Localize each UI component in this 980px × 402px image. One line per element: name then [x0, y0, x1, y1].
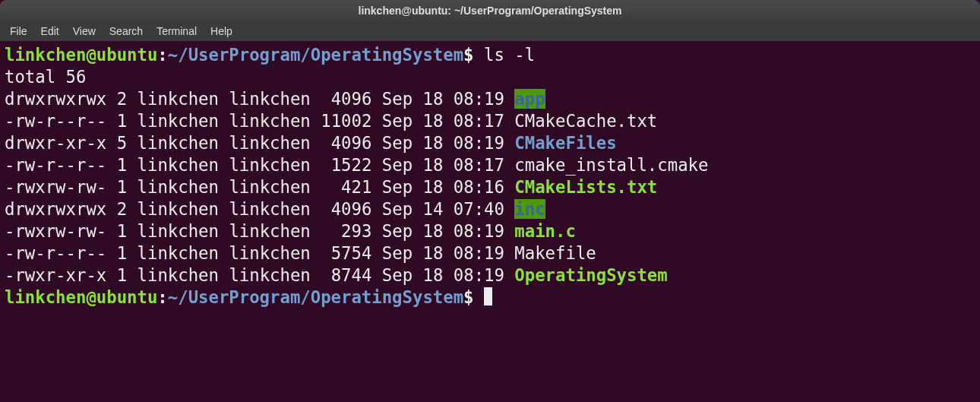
file-name: OperatingSystem — [514, 265, 667, 285]
listing-row: -rwxrw-rw- 1 linkchen linkchen 293 Sep 1… — [5, 220, 975, 242]
prompt-sign: $ — [463, 287, 473, 307]
listing-row: drwxr-xr-x 5 linkchen linkchen 4096 Sep … — [5, 132, 975, 154]
file-name: Makefile — [514, 243, 596, 263]
menu-edit[interactable]: Edit — [34, 23, 66, 40]
prompt-path: ~/UserProgram/OperatingSystem — [168, 287, 463, 307]
total-line: total 56 — [5, 66, 975, 88]
listing-row: -rw-r--r-- 1 linkchen linkchen 11002 Sep… — [5, 110, 975, 132]
prompt-user: linkchen@ubuntu — [5, 45, 157, 65]
file-name: inc — [514, 199, 545, 219]
window-title: linkchen@ubuntu: ~/UserProgram/Operating… — [359, 5, 622, 17]
window-title-bar: linkchen@ubuntu: ~/UserProgram/Operating… — [0, 0, 980, 21]
menu-view[interactable]: View — [66, 23, 103, 40]
file-name: main.c — [514, 221, 576, 241]
menu-bar: File Edit View Search Terminal Help — [0, 21, 980, 41]
file-name: cmake_install.cmake — [514, 155, 708, 175]
listing-row: -rwxr-xr-x 1 linkchen linkchen 8744 Sep … — [5, 264, 975, 286]
listing-row: drwxrwxrwx 2 linkchen linkchen 4096 Sep … — [5, 88, 975, 110]
prompt-sep: : — [157, 287, 167, 307]
prompt-line-2: linkchen@ubuntu:~/UserProgram/OperatingS… — [5, 286, 975, 309]
cursor-block — [484, 287, 492, 305]
file-name: CMakeFiles — [514, 133, 616, 153]
prompt-user: linkchen@ubuntu — [5, 287, 157, 307]
command: ls -l — [484, 45, 535, 65]
file-name: CMakeLists.txt — [514, 177, 657, 197]
prompt-line-1: linkchen@ubuntu:~/UserProgram/OperatingS… — [5, 44, 975, 66]
listing-row: -rw-r--r-- 1 linkchen linkchen 1522 Sep … — [5, 154, 975, 176]
terminal-output[interactable]: linkchen@ubuntu:~/UserProgram/OperatingS… — [0, 41, 980, 312]
prompt-sep: : — [157, 45, 167, 65]
menu-search[interactable]: Search — [103, 23, 150, 40]
file-name: app — [514, 89, 545, 109]
listing-row: -rwxrw-rw- 1 linkchen linkchen 421 Sep 1… — [5, 176, 975, 198]
menu-terminal[interactable]: Terminal — [150, 23, 204, 40]
menu-file[interactable]: File — [3, 23, 34, 40]
listing-row: drwxrwxrwx 2 linkchen linkchen 4096 Sep … — [5, 198, 975, 220]
prompt-sign: $ — [463, 45, 473, 65]
file-name: CMakeCache.txt — [514, 111, 657, 131]
prompt-path: ~/UserProgram/OperatingSystem — [168, 45, 463, 65]
listing-row: -rw-r--r-- 1 linkchen linkchen 5754 Sep … — [5, 242, 975, 264]
menu-help[interactable]: Help — [204, 23, 239, 40]
